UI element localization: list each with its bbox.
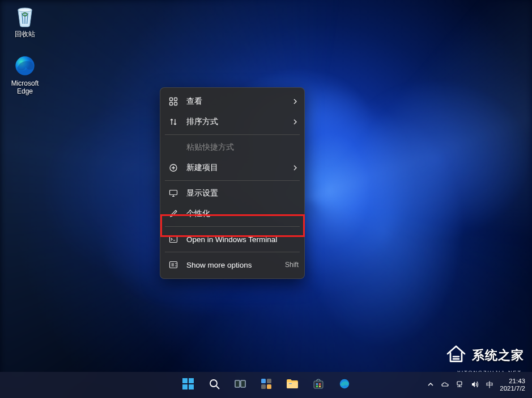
- svg-rect-18: [267, 379, 271, 383]
- watermark: 系统之家 XITONGZHIJIA.NET: [445, 342, 524, 369]
- svg-rect-25: [316, 386, 318, 387]
- search-icon: [208, 378, 220, 392]
- chevron-right-icon: [292, 164, 299, 171]
- watermark-title: 系统之家: [472, 347, 524, 364]
- recycle-bin-icon: [12, 3, 37, 28]
- tray-overflow-button[interactable]: [424, 378, 437, 392]
- tray-network[interactable]: [453, 378, 467, 392]
- desktop-icon-label: 回收站: [15, 29, 35, 39]
- ime-icon: 中: [486, 380, 493, 390]
- blank-icon: [168, 142, 178, 153]
- store-button[interactable]: [307, 374, 330, 396]
- tray-date: 2021/7/2: [500, 385, 525, 392]
- menu-item-label: 新建项目: [186, 163, 218, 173]
- menu-item-label: Show more options: [186, 261, 252, 269]
- edge-icon: [338, 378, 351, 392]
- chevron-right-icon: [292, 98, 299, 105]
- desktop-icon-recycle-bin[interactable]: 回收站: [3, 3, 46, 39]
- svg-rect-19: [261, 384, 266, 389]
- desktop-context-menu: 查看 排序方式 粘贴快捷方式 新建项目: [160, 87, 305, 279]
- menu-item-label: 显示设置: [186, 188, 218, 198]
- svg-rect-20: [267, 384, 271, 389]
- menu-item-display-settings[interactable]: 显示设置: [160, 183, 304, 204]
- menu-item-show-more-options[interactable]: Show more options Shift: [160, 255, 304, 275]
- svg-rect-15: [235, 380, 240, 387]
- menu-item-paste-shortcut: 粘贴快捷方式: [160, 137, 304, 158]
- file-explorer-button[interactable]: [281, 374, 304, 396]
- tray-clock[interactable]: 21:43 2021/7/2: [497, 378, 527, 392]
- menu-item-label: 粘贴快捷方式: [186, 142, 234, 153]
- store-icon: [312, 378, 325, 392]
- menu-separator: [165, 252, 300, 252]
- start-button[interactable]: [177, 374, 199, 396]
- tray-time: 21:43: [509, 378, 525, 385]
- svg-rect-5: [175, 103, 177, 105]
- display-icon: [168, 188, 178, 198]
- widgets-icon: [260, 378, 273, 392]
- tray-volume[interactable]: [468, 378, 482, 392]
- menu-item-label: 排序方式: [186, 117, 218, 127]
- windows-logo-icon: [182, 378, 194, 392]
- brush-icon: [168, 209, 178, 219]
- menu-separator: [165, 226, 300, 227]
- svg-rect-3: [175, 98, 177, 101]
- chevron-right-icon: [292, 118, 299, 125]
- terminal-icon: [168, 234, 178, 244]
- svg-rect-7: [170, 190, 177, 195]
- svg-rect-26: [319, 386, 321, 387]
- menu-item-label: Open in Windows Terminal: [186, 235, 277, 244]
- menu-item-personalize[interactable]: 个性化: [160, 204, 304, 224]
- desktop-icon-label: Microsoft Edge: [3, 79, 46, 95]
- tray-onedrive[interactable]: [439, 378, 452, 392]
- svg-rect-16: [241, 380, 245, 387]
- svg-rect-2: [170, 98, 173, 101]
- svg-rect-23: [316, 383, 318, 385]
- search-button[interactable]: [203, 374, 225, 396]
- edge-icon: [12, 53, 37, 78]
- speaker-icon: [470, 380, 479, 390]
- chevron-up-icon: [427, 381, 434, 389]
- svg-rect-10: [182, 378, 188, 383]
- keyboard-shortcut: Shift: [285, 261, 299, 269]
- menu-item-view[interactable]: 查看: [160, 91, 304, 112]
- taskbar-center-group: [177, 374, 356, 396]
- menu-separator: [165, 134, 300, 135]
- svg-rect-11: [189, 378, 194, 383]
- menu-item-sort[interactable]: 排序方式: [160, 112, 304, 132]
- house-logo-icon: [445, 342, 467, 369]
- more-options-icon: [168, 260, 178, 270]
- svg-rect-8: [170, 236, 177, 243]
- svg-rect-24: [319, 383, 321, 385]
- widgets-button[interactable]: [255, 374, 278, 396]
- svg-rect-21: [289, 383, 292, 384]
- svg-rect-22: [314, 381, 323, 388]
- system-tray: 中 21:43 2021/7/2: [424, 372, 527, 398]
- edge-taskbar-button[interactable]: [333, 374, 356, 396]
- network-icon: [456, 380, 465, 390]
- svg-rect-4: [170, 103, 173, 105]
- svg-point-14: [210, 380, 217, 387]
- folder-icon: [286, 377, 299, 393]
- menu-item-label: 查看: [186, 96, 202, 107]
- sort-icon: [168, 117, 178, 127]
- task-view-icon: [234, 378, 246, 392]
- menu-separator: [165, 180, 300, 181]
- svg-point-0: [18, 8, 32, 12]
- desktop-icon-edge[interactable]: Microsoft Edge: [3, 53, 46, 95]
- menu-item-new[interactable]: 新建项目: [160, 158, 304, 178]
- svg-rect-28: [457, 382, 462, 385]
- svg-rect-13: [189, 384, 194, 389]
- tray-ime[interactable]: 中: [483, 378, 496, 392]
- svg-rect-12: [182, 384, 188, 389]
- menu-item-open-terminal[interactable]: Open in Windows Terminal: [160, 229, 304, 249]
- menu-item-label: 个性化: [186, 209, 210, 219]
- svg-rect-17: [261, 379, 266, 383]
- cloud-icon: [441, 380, 450, 390]
- plus-circle-icon: [168, 163, 178, 173]
- grid-icon: [168, 96, 178, 107]
- task-view-button[interactable]: [229, 374, 252, 396]
- taskbar: 中 21:43 2021/7/2: [0, 372, 532, 398]
